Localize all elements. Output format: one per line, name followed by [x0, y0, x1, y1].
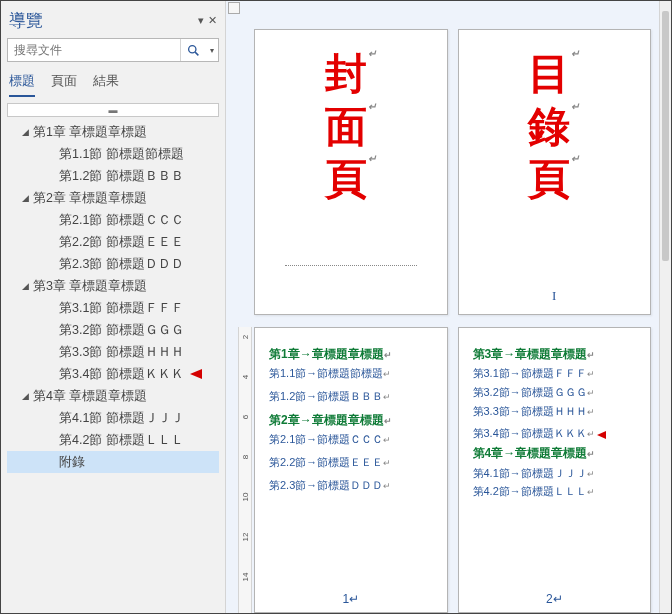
section-heading: 第4.1節→節標題ＪＪＪ↵: [473, 464, 645, 483]
outline-item[interactable]: 第1.1節 節標題節標題: [7, 143, 219, 165]
outline-tree: ◢第1章 章標題章標題第1.1節 節標題節標題第1.2節 節標題ＢＢＢ◢第2章 …: [7, 121, 219, 613]
section-heading: 第3.1節→節標題ＦＦＦ↵: [473, 364, 645, 383]
search-icon[interactable]: [180, 39, 206, 61]
outline-item[interactable]: 附錄: [7, 451, 219, 473]
outline-item-label: 第3.3節 節標題ＨＨＨ: [59, 344, 184, 361]
page-2-content: 第3章→章標題章標題↵第3.1節→節標題ＦＦＦ↵第3.2節→節標題ＧＧＧ↵第3.…: [459, 328, 651, 501]
outline-item[interactable]: 第3.4節 節標題ＫＫＫ: [7, 363, 219, 385]
page-cover[interactable]: 封↵ 面↵ 頁↵: [254, 29, 448, 315]
outline-item-label: 第3.2節 節標題ＧＧＧ: [59, 322, 184, 339]
page-1[interactable]: 第1章→章標題章標題↵第1.1節→節標題節標題↵第1.2節→節標題ＢＢＢ↵第2章…: [254, 327, 448, 613]
search-dropdown-icon[interactable]: ▾: [206, 39, 218, 61]
outline-item-label: 第4.1節 節標題ＪＪＪ: [59, 410, 184, 427]
vertical-scrollbar[interactable]: [659, 1, 671, 613]
outline-item[interactable]: ◢第4章 章標題章標題: [7, 385, 219, 407]
outline-item-label: 第1.2節 節標題ＢＢＢ: [59, 168, 184, 185]
tab-headings[interactable]: 標題: [9, 72, 35, 97]
section-heading: 第3.2節→節標題ＧＧＧ↵: [473, 383, 645, 402]
chapter-heading: 第4章→章標題章標題↵: [473, 443, 645, 463]
collapse-caret-icon[interactable]: ◢: [19, 193, 31, 203]
jump-bar[interactable]: ▬: [7, 103, 219, 117]
search-row: ▾: [7, 38, 219, 62]
outline-item[interactable]: 第3.1節 節標題ＦＦＦ: [7, 297, 219, 319]
section-heading: 第2.1節→節標題ＣＣＣ↵: [269, 430, 441, 449]
outline-item-label: 附錄: [59, 454, 85, 471]
collapse-caret-icon[interactable]: ◢: [19, 391, 31, 401]
navigation-pane: 導覽 ▾ ✕ ▾ 標題 頁面 結果 ▬ ◢第1章 章標題章標題第1.1節 節標題…: [1, 1, 226, 613]
nav-dropdown-icon[interactable]: ▾: [198, 14, 204, 27]
page-number: 2↵: [459, 592, 651, 606]
section-heading: 第3.3節→節標題ＨＨＨ↵: [473, 402, 645, 421]
svg-line-1: [195, 52, 198, 55]
nav-title: 導覽: [9, 9, 43, 32]
page-2[interactable]: 第3章→章標題章標題↵第3.1節→節標題ＦＦＦ↵第3.2節→節標題ＧＧＧ↵第3.…: [458, 327, 652, 613]
tab-pages[interactable]: 頁面: [51, 72, 77, 97]
cover-title: 封↵ 面↵ 頁↵: [255, 30, 447, 206]
outline-item-label: 第4.2節 節標題ＬＬＬ: [59, 432, 184, 449]
outline-item-label: 第1章 章標題章標題: [33, 124, 147, 141]
outline-item-label: 第2.2節 節標題ＥＥＥ: [59, 234, 184, 251]
page-1-content: 第1章→章標題章標題↵第1.1節→節標題節標題↵第1.2節→節標題ＢＢＢ↵第2章…: [255, 328, 447, 494]
outline-item[interactable]: 第3.2節 節標題ＧＧＧ: [7, 319, 219, 341]
section-break-indicator: [285, 265, 417, 266]
search-input[interactable]: [8, 39, 180, 61]
tab-results[interactable]: 結果: [93, 72, 119, 97]
collapse-caret-icon[interactable]: ◢: [19, 281, 31, 291]
outline-item-label: 第2.1節 節標題ＣＣＣ: [59, 212, 184, 229]
section-heading: 第2.2節→節標題ＥＥＥ↵: [269, 453, 441, 472]
svg-point-0: [189, 45, 196, 52]
page-number-roman: I: [459, 288, 651, 304]
highlight-arrow-icon: [597, 431, 606, 439]
outline-item[interactable]: 第3.3節 節標題ＨＨＨ: [7, 341, 219, 363]
outline-item-label: 第3.1節 節標題ＦＦＦ: [59, 300, 184, 317]
scrollbar-thumb[interactable]: [662, 11, 669, 261]
outline-item[interactable]: 第4.1節 節標題ＪＪＪ: [7, 407, 219, 429]
chapter-heading: 第2章→章標題章標題↵: [269, 410, 441, 430]
outline-item[interactable]: ◢第1章 章標題章標題: [7, 121, 219, 143]
nav-tabs: 標題 頁面 結果: [7, 70, 219, 97]
section-heading: 第4.2節→節標題ＬＬＬ↵: [473, 482, 645, 501]
outline-item-label: 第2章 章標題章標題: [33, 190, 147, 207]
section-heading: 第1.2節→節標題ＢＢＢ↵: [269, 387, 441, 406]
nav-header: 導覽 ▾ ✕: [7, 7, 219, 38]
chapter-heading: 第1章→章標題章標題↵: [269, 344, 441, 364]
outline-item[interactable]: ◢第3章 章標題章標題: [7, 275, 219, 297]
section-heading: 第2.3節→節標題ＤＤＤ↵: [269, 476, 441, 495]
outline-item-label: 第1.1節 節標題節標題: [59, 146, 184, 163]
outline-item-label: 第2.3節 節標題ＤＤＤ: [59, 256, 184, 273]
close-icon[interactable]: ✕: [208, 14, 217, 27]
outline-item[interactable]: 第2.2節 節標題ＥＥＥ: [7, 231, 219, 253]
outline-item-label: 第3.4節 節標題ＫＫＫ: [59, 366, 184, 383]
toc-title: 目↵ 錄↵ 頁↵: [459, 30, 651, 206]
outline-item[interactable]: 第4.2節 節標題ＬＬＬ: [7, 429, 219, 451]
page-toc[interactable]: 目↵ 錄↵ 頁↵ I: [458, 29, 652, 315]
section-heading: 第3.4節→節標題ＫＫＫ↵: [473, 424, 645, 443]
outline-item[interactable]: ◢第2章 章標題章標題: [7, 187, 219, 209]
outline-item-label: 第3章 章標題章標題: [33, 278, 147, 295]
outline-item[interactable]: 第2.3節 節標題ＤＤＤ: [7, 253, 219, 275]
page-number: 1↵: [255, 592, 447, 606]
document-area: 246810121416182022242628 封↵ 面↵ 頁↵ 目↵ 錄: [226, 1, 671, 613]
collapse-caret-icon[interactable]: ◢: [19, 127, 31, 137]
section-heading: 第1.1節→節標題節標題↵: [269, 364, 441, 383]
outline-item-label: 第4章 章標題章標題: [33, 388, 147, 405]
outline-item[interactable]: 第2.1節 節標題ＣＣＣ: [7, 209, 219, 231]
outline-item[interactable]: 第1.2節 節標題ＢＢＢ: [7, 165, 219, 187]
chapter-heading: 第3章→章標題章標題↵: [473, 344, 645, 364]
highlight-arrow-icon: [190, 369, 202, 379]
